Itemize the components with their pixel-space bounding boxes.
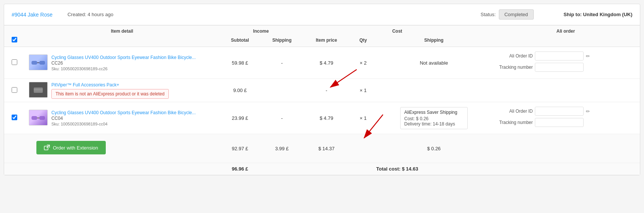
footer1-subtotal: 92.97 £ bbox=[219, 134, 261, 163]
shipping-method-cost: Cost: $ 0.26 bbox=[404, 116, 464, 121]
row1-tracking-input[interactable] bbox=[535, 63, 584, 72]
row3-item: Cycling Glasses UV400 Outdoor Sports Eye… bbox=[25, 102, 219, 134]
row1-variant: CC26 bbox=[51, 60, 196, 66]
th-shipping: Shipping bbox=[376, 35, 491, 47]
row2-shipping bbox=[376, 79, 491, 102]
order-with-extension-button[interactable]: Order with Extension bbox=[36, 141, 106, 154]
row2-ship-income bbox=[261, 79, 303, 102]
created-value: 4 hours ago bbox=[87, 12, 113, 17]
not-aliexpress-badge: This item is not an AliExpress product o… bbox=[51, 89, 169, 99]
svg-rect-6 bbox=[39, 116, 45, 120]
order-btn-label: Order with Extension bbox=[53, 145, 98, 151]
footer-row-1: Order with Extension 92.97 £ 3.99 £ $ 14… bbox=[4, 134, 640, 163]
row2-item-content: PitViper™ Full Accessories Pack+ This it… bbox=[29, 82, 215, 99]
th-check-sub bbox=[4, 35, 25, 47]
row2-title-link[interactable]: PitViper™ Full Accessories Pack+ bbox=[51, 82, 119, 88]
footer1-shipping: $ 0.26 bbox=[376, 134, 491, 163]
order-id: #9044 Jake Rose bbox=[12, 12, 53, 18]
row3-item-price: $ 4.79 bbox=[303, 102, 350, 134]
external-link-icon bbox=[44, 145, 50, 151]
th-ali: Ali order bbox=[491, 26, 640, 36]
box-icon bbox=[33, 86, 44, 94]
row1-ali-order-label: Ali Order ID bbox=[499, 53, 533, 59]
row3-qty: × 1 bbox=[350, 102, 376, 134]
table-header-bottom: Subtotal Shipping Item price Qty Shippin… bbox=[4, 35, 640, 47]
row3-title-link[interactable]: Cycling Glasses UV400 Outdoor Sports Eye… bbox=[51, 110, 196, 115]
row3-tracking-input[interactable] bbox=[535, 118, 584, 127]
row1-title-link[interactable]: Cycling Glasses UV400 Outdoor Sports Eye… bbox=[51, 55, 196, 60]
status-badge: Completed bbox=[499, 9, 534, 20]
row1-check[interactable] bbox=[4, 47, 25, 79]
order-header: #9044 Jake Rose Created: 4 hours ago Sta… bbox=[4, 4, 640, 25]
row1-item-title: Cycling Glasses UV400 Outdoor Sports Eye… bbox=[51, 54, 196, 60]
row3-check[interactable] bbox=[4, 102, 25, 134]
total-cost-label: Total cost: bbox=[376, 166, 401, 172]
shipping-method-name: AliExpress Saver Shipping bbox=[404, 110, 464, 115]
glasses-icon bbox=[31, 59, 46, 66]
footer1-check bbox=[4, 134, 25, 163]
table-row: Cycling Glasses UV400 Outdoor Sports Eye… bbox=[4, 102, 640, 134]
row3-shipping: AliExpress Saver Shipping Cost: $ 0.26 D… bbox=[376, 102, 491, 134]
row3-ali-order-input[interactable] bbox=[535, 107, 584, 116]
row2-item-price: - bbox=[303, 79, 350, 102]
glasses-purple-icon bbox=[31, 114, 46, 121]
order-id-link[interactable]: #9044 Jake Rose bbox=[12, 12, 53, 18]
row3-ali-order-label: Ali Order ID bbox=[499, 109, 533, 114]
row2-check[interactable] bbox=[4, 79, 25, 102]
row2-item: PitViper™ Full Accessories Pack+ This it… bbox=[25, 79, 219, 102]
th-qty: Qty bbox=[350, 35, 376, 47]
footer1-item: Order with Extension bbox=[25, 134, 219, 163]
table-row: Cycling Glasses UV400 Outdoor Sports Eye… bbox=[4, 47, 640, 79]
total-check bbox=[4, 163, 25, 175]
row3-checkbox[interactable] bbox=[12, 115, 17, 120]
row2-ali bbox=[491, 79, 640, 102]
svg-rect-5 bbox=[32, 116, 37, 120]
total-cost: Total cost: $ 14.63 bbox=[303, 163, 491, 175]
row1-item-price: $ 4.79 bbox=[303, 47, 350, 79]
row1-not-available: Not available bbox=[420, 60, 448, 66]
table-header-top: Item detail Income Cost Ali order bbox=[4, 26, 640, 36]
row1-item: Cycling Glasses UV400 Outdoor Sports Eye… bbox=[25, 47, 219, 79]
status-group: Status: Completed bbox=[480, 9, 533, 20]
row3-sku: Sku: 1005002030698189-cc04 bbox=[51, 122, 196, 126]
row1-ali-order-row: Ali Order ID ✏ bbox=[499, 51, 632, 60]
row2-item-image bbox=[29, 82, 48, 98]
row2-item-title: PitViper™ Full Accessories Pack+ bbox=[51, 82, 169, 88]
row1-checkbox[interactable] bbox=[12, 59, 17, 65]
footer1-qty bbox=[350, 134, 376, 163]
th-item-sub bbox=[25, 35, 219, 47]
row1-tracking-label: Tracking number bbox=[499, 65, 533, 70]
th-cost: Cost bbox=[303, 26, 491, 36]
row1-ship-income: - bbox=[261, 47, 303, 79]
row2-checkbox[interactable] bbox=[12, 87, 17, 93]
footer1-ship-income: 3.99 £ bbox=[261, 134, 303, 163]
total-subtotal: 96.96 £ bbox=[219, 163, 261, 175]
row3-variant: CC04 bbox=[51, 116, 196, 121]
svg-rect-1 bbox=[39, 61, 45, 65]
row1-qty: × 2 bbox=[350, 47, 376, 79]
row1-ali: Ali Order ID ✏ Tracking number bbox=[491, 47, 640, 79]
row3-ali-order-row: Ali Order ID ✏ bbox=[499, 107, 632, 116]
total-ali bbox=[491, 163, 640, 175]
row3-tracking-label: Tracking number bbox=[499, 120, 533, 125]
status-label: Status: bbox=[480, 12, 495, 17]
shipping-method-box: AliExpress Saver Shipping Cost: $ 0.26 D… bbox=[400, 107, 468, 129]
row1-item-details: Cycling Glasses UV400 Outdoor Sports Eye… bbox=[51, 54, 196, 71]
row1-subtotal: 59.98 £ bbox=[219, 47, 261, 79]
total-row: 96.96 £ Total cost: $ 14.63 bbox=[4, 163, 640, 175]
select-all-checkbox[interactable] bbox=[12, 37, 17, 42]
row3-item-content: Cycling Glasses UV400 Outdoor Sports Eye… bbox=[29, 110, 215, 126]
row1-item-content: Cycling Glasses UV400 Outdoor Sports Eye… bbox=[29, 54, 215, 71]
th-ship-income: Shipping bbox=[261, 35, 303, 47]
row1-item-image bbox=[29, 54, 48, 70]
row3-edit-icon[interactable]: ✏ bbox=[586, 109, 590, 114]
row1-ali-order-input[interactable] bbox=[535, 51, 584, 60]
row1-sku: Sku: 1005002030698189-cc26 bbox=[51, 66, 196, 71]
th-subtotal: Subtotal bbox=[219, 35, 261, 47]
row3-item-details: Cycling Glasses UV400 Outdoor Sports Eye… bbox=[51, 110, 196, 126]
row3-tracking-row: Tracking number bbox=[499, 118, 632, 127]
row1-edit-icon[interactable]: ✏ bbox=[586, 53, 590, 59]
total-item bbox=[25, 163, 219, 175]
row3-item-image bbox=[29, 110, 48, 125]
order-created: Created: 4 hours ago bbox=[68, 12, 113, 17]
